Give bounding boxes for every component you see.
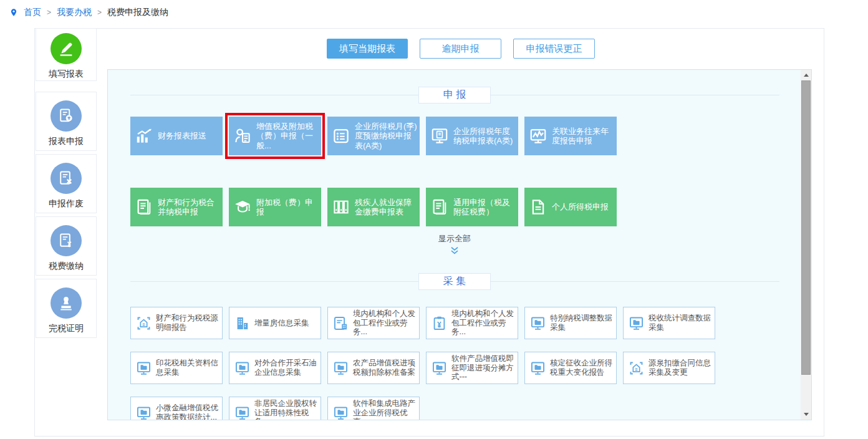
tile-label: 小微金融增值税优惠政策数据统计... xyxy=(156,403,222,420)
breadcrumb-separator: > xyxy=(47,8,51,17)
monitor-folder-icon xyxy=(624,315,649,332)
scrollbar[interactable] xyxy=(801,70,811,420)
monitor-folder-icon xyxy=(328,360,353,377)
tile-software-ic-cit-preference[interactable]: 软件和集成电路产业企业所得税优惠... xyxy=(327,397,420,420)
tile-surcharge-declare[interactable]: 附加税（费）申报 xyxy=(229,188,321,226)
tile-label: 财产和行为税合并纳税申报 xyxy=(158,198,223,217)
tile-label: 关联业务往来年度报告申报 xyxy=(552,127,617,146)
tile-domestic-contract-project-2[interactable]: 境内机构和个人发包工程作业或劳务... xyxy=(426,307,518,339)
graduation-cap-icon xyxy=(229,198,256,216)
tile-tax-statistics-survey[interactable]: 税收统计调查数据采集 xyxy=(623,307,715,339)
monitor-folder-icon xyxy=(525,360,550,377)
breadcrumb-current: 税费申报及缴纳 xyxy=(107,7,168,18)
tile-label: 增值税及附加税（费）申报（一般... xyxy=(256,122,321,150)
scrollbar-thumb[interactable] xyxy=(801,80,811,375)
tile-label: 附加税（费）申报 xyxy=(256,198,321,217)
scroll-up-arrow-icon xyxy=(804,74,809,77)
tile-label: 通用申报（税及附征税费） xyxy=(453,198,518,217)
sidebar-item-label: 完税证明 xyxy=(49,323,84,334)
catalogue-scroll-area: 申 报 财务报表报送 增值税及附加税（费）申报（一般... 企业所得税月(季)度… xyxy=(107,69,812,420)
tile-label: 农产品增值税进项税额扣除标准备案 xyxy=(353,359,419,377)
section-title-declare: 申 报 xyxy=(418,87,491,104)
collect-row-3: 小微金融增值税优惠政策数据统计... 非居民企业股权转让适用特殊性税务... 软… xyxy=(130,397,420,420)
tile-disability-fund[interactable]: 残疾人就业保障金缴费申报表 xyxy=(327,188,420,226)
tile-label: 非居民企业股权转让适用特殊性税务... xyxy=(254,399,321,420)
building-icon xyxy=(229,315,254,332)
collect-row-2: 印花税相关资料信息采集 对外合作开采石油企业信息采集 农产品增值税进项税额扣除标… xyxy=(130,352,715,384)
tile-label: 特别纳税调整数据采集 xyxy=(550,314,616,332)
breadcrumb-home[interactable]: 首页 xyxy=(24,7,41,18)
form-building-icon xyxy=(328,315,353,332)
tile-stamp-tax-info[interactable]: 印花税相关资料信息采集 xyxy=(130,352,223,384)
declare-blue-row: 财务报表报送 增值税及附加税（费）申报（一般... 企业所得税月(季)度预缴纳税… xyxy=(130,117,617,155)
tile-small-micro-finance-vat[interactable]: 小微金融增值税优惠政策数据统计... xyxy=(130,397,223,420)
tile-property-behavior-tax[interactable]: 财产和行为税合并纳税申报 xyxy=(130,188,223,226)
tile-cit-monthly-prepay[interactable]: 企业所得税月(季)度预缴纳税申报表(A类) xyxy=(327,117,420,155)
binders-icon xyxy=(327,198,355,216)
tile-label: 源泉扣缴合同信息采集及变更 xyxy=(649,359,715,377)
tile-domestic-contract-project-1[interactable]: 境内机构和个人发包工程作业或劳务... xyxy=(327,307,420,339)
tile-label: 个人所得税申报 xyxy=(552,202,617,211)
overdue-declare-button[interactable]: 逾期申报 xyxy=(420,39,501,59)
sidebar-item-fill-report[interactable]: 填写报表 xyxy=(36,28,97,81)
tile-label: 财产和行为税税源明细报告 xyxy=(156,314,222,332)
report-upload-icon xyxy=(51,100,82,132)
tile-incremental-house-info[interactable]: 增量房信息采集 xyxy=(229,307,321,339)
monitor-folder-icon xyxy=(131,405,156,421)
sidebar-item-label: 税费缴纳 xyxy=(49,261,84,272)
monitor-folder-icon xyxy=(328,405,353,421)
declare-correction-button[interactable]: 申报错误更正 xyxy=(513,39,595,59)
house-scan-icon xyxy=(624,360,649,377)
breadcrumb: 首页 > 我要办税 > 税费申报及缴纳 xyxy=(9,7,168,18)
tile-label: 增量房信息采集 xyxy=(254,319,321,328)
monitor-folder-icon xyxy=(229,405,254,421)
current-period-report-button[interactable]: 填写当期报表 xyxy=(327,39,408,59)
tile-label: 残疾人就业保障金缴费申报表 xyxy=(355,198,420,217)
tile-oil-cooperation-info[interactable]: 对外合作开采石油企业信息采集 xyxy=(229,352,321,384)
tile-software-vat-refund[interactable]: 软件产品增值税即征即退进项分摊方式--- xyxy=(426,352,518,384)
tile-label: 软件产品增值税即征即退进项分摊方式--- xyxy=(451,354,518,382)
monitor-document-icon xyxy=(426,127,453,145)
tile-label: 财务报表报送 xyxy=(158,131,223,140)
tile-special-tax-adjustment[interactable]: 特别纳税调整数据采集 xyxy=(524,307,617,339)
tile-label: 境内机构和个人发包工程作业或劳务... xyxy=(451,309,518,337)
tile-iit-declare[interactable]: 个人所得税申报 xyxy=(524,188,617,226)
tile-financial-report-submit[interactable]: 财务报表报送 xyxy=(130,117,223,155)
tile-label: 印花税相关资料信息采集 xyxy=(156,359,222,377)
tile-label: 税收统计调查数据采集 xyxy=(649,314,715,332)
monitor-chart-icon xyxy=(524,127,552,145)
tile-related-party-report[interactable]: 关联业务往来年度报告申报 xyxy=(524,117,617,155)
tile-general-declare[interactable]: 通用申报（税及附征税费） xyxy=(426,188,518,226)
tile-cit-annual[interactable]: 企业所得税年度纳税申报表(A类) xyxy=(426,117,518,155)
tile-label: 核定征收企业所得税重大变化报告 xyxy=(550,359,616,377)
document-lines-icon xyxy=(426,198,453,216)
monitor-folder-icon xyxy=(427,360,451,377)
tile-label: 企业所得税月(季)度预缴纳税申报表(A类) xyxy=(355,122,420,150)
stamp-icon xyxy=(51,287,82,319)
monitor-folder-icon xyxy=(131,360,156,377)
tile-agri-vat-deduction[interactable]: 农产品增值税进项税额扣除标准备案 xyxy=(327,352,420,384)
breadcrumb-tax-tasks[interactable]: 我要办税 xyxy=(57,7,92,18)
declare-green-row: 财产和行为税合并纳税申报 附加税（费）申报 残疾人就业保障金缴费申报表 通用申报… xyxy=(130,188,617,226)
tile-withholding-contract-info[interactable]: 源泉扣缴合同信息采集及变更 xyxy=(623,352,715,384)
sidebar-item-label: 报表申报 xyxy=(49,136,84,147)
scroll-down-button[interactable] xyxy=(801,409,811,420)
sidebar-item-report-declare[interactable]: 报表申报 xyxy=(36,92,97,151)
house-scan-icon xyxy=(131,315,156,332)
tile-label: 软件和集成电路产业企业所得税优惠... xyxy=(353,399,419,420)
sidebar-item-label: 填写报表 xyxy=(49,69,84,80)
sidebar-item-tax-payment[interactable]: 税费缴纳 xyxy=(36,216,97,276)
tile-property-tax-source[interactable]: 财产和行为税税源明细报告 xyxy=(130,307,223,339)
list-icon xyxy=(327,127,355,145)
person-document-icon xyxy=(229,127,256,145)
sidebar-item-tax-certificate[interactable]: 完税证明 xyxy=(36,279,97,338)
show-all-toggle[interactable]: 显示全部 xyxy=(418,233,491,258)
sidebar-item-declare-cancel[interactable]: 申报作废 xyxy=(36,154,97,213)
scroll-up-button[interactable] xyxy=(801,70,811,80)
tile-deemed-cit-major-change[interactable]: 核定征收企业所得税重大变化报告 xyxy=(524,352,617,384)
report-cancel-icon xyxy=(51,163,82,194)
tile-vat-surcharge-declare[interactable]: 增值税及附加税（费）申报（一般... xyxy=(229,117,321,155)
breadcrumb-separator: > xyxy=(97,8,102,17)
tile-nonresident-equity-transfer[interactable]: 非居民企业股权转让适用特殊性税务... xyxy=(229,397,321,420)
chevrons-down-icon xyxy=(418,245,491,258)
